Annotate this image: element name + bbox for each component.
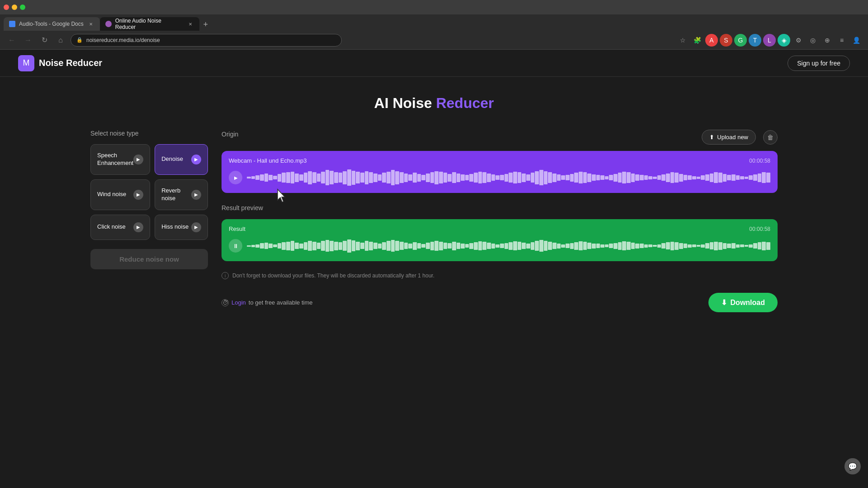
logo-text: Noise Reducer xyxy=(39,58,102,68)
lastpass-icon[interactable]: L xyxy=(763,34,776,47)
clock-icon: ⏱ xyxy=(222,299,229,306)
toolbar-icons: ☆ 🧩 A S G T L ◈ ⚙ ◎ ⊕ ≡ 👤 xyxy=(676,34,863,47)
download-button[interactable]: ⬇ Download xyxy=(708,293,778,312)
noise-types-grid: Speech Enhancement ▶ Denoise ▶ Wind nois… xyxy=(90,144,208,240)
noise-type-reverb[interactable]: Reverb noise ▶ xyxy=(155,179,208,210)
feedback-widget[interactable]: 💬 xyxy=(844,458,861,474)
noise-type-denoise-label: Denoise xyxy=(161,155,183,163)
upload-icon: ⬆ xyxy=(709,134,714,141)
refresh-button[interactable]: ↻ xyxy=(38,34,51,47)
origin-duration: 00:00:58 xyxy=(749,158,770,164)
misc-icon-1[interactable]: ◈ xyxy=(778,34,790,47)
noise-type-hiss-label: Hiss noise xyxy=(161,223,189,231)
tab-1-close[interactable]: ✕ xyxy=(87,20,94,28)
misc-icon-2[interactable]: ⚙ xyxy=(792,34,805,47)
address-bar[interactable]: 🔒 noisereducer.media.io/denoise xyxy=(71,34,342,47)
login-link[interactable]: Login xyxy=(231,299,246,306)
main-layout: Select noise type Speech Enhancement ▶ D… xyxy=(90,130,778,312)
forward-button[interactable]: → xyxy=(22,34,34,47)
tabs-bar: Audio-Tools - Google Docs ✕ Online Audio… xyxy=(0,14,868,31)
noise-type-hiss-arrow: ▶ xyxy=(191,222,201,232)
noise-type-reverb-arrow: ▶ xyxy=(191,190,201,200)
origin-label: Origin xyxy=(222,131,238,138)
signup-button[interactable]: Sign up for free xyxy=(788,56,850,71)
browser-chrome: Audio-Tools - Google Docs ✕ Online Audio… xyxy=(0,0,868,50)
reduce-noise-button[interactable]: Reduce noise now xyxy=(90,249,208,269)
ahrefs-icon[interactable]: A xyxy=(705,34,718,47)
origin-header: Origin ⬆ Upload new 🗑 xyxy=(222,130,778,145)
noise-type-wind[interactable]: Wind noise ▶ xyxy=(90,179,150,210)
upload-new-button[interactable]: ⬆ Upload new xyxy=(702,130,756,145)
noise-type-click-arrow: ▶ xyxy=(133,222,143,232)
bottom-bar: ⏱ Login to get free available time ⬇ Dow… xyxy=(222,293,778,312)
tab-2-title: Online Audio Noise Reducer xyxy=(115,18,183,30)
logo-icon: M xyxy=(18,55,34,71)
address-text: noisereducer.media.io/denoise xyxy=(86,37,160,43)
tab-1[interactable]: Audio-Tools - Google Docs ✕ xyxy=(4,17,100,31)
trash-icon: 🗑 xyxy=(767,134,774,141)
window-maximize-button[interactable] xyxy=(20,5,25,10)
bookmark-icon[interactable]: ☆ xyxy=(676,34,689,47)
player-top: Webcam - Hall und Echo.mp3 00:00:58 xyxy=(229,157,770,164)
new-tab-button[interactable]: + xyxy=(199,18,212,31)
page-title: AI Noise Reducer xyxy=(90,95,778,112)
noise-type-click[interactable]: Click noise ▶ xyxy=(90,215,150,240)
misc-icon-5[interactable]: ≡ xyxy=(835,34,848,47)
window-minimize-button[interactable] xyxy=(12,5,17,10)
noise-type-speech[interactable]: Speech Enhancement ▶ xyxy=(90,144,150,175)
right-panel: Origin ⬆ Upload new 🗑 Webcam - H xyxy=(222,130,778,312)
app-logo: M Noise Reducer xyxy=(18,55,102,71)
noise-type-wind-arrow: ▶ xyxy=(133,190,143,200)
back-button[interactable]: ← xyxy=(5,34,18,47)
result-player-controls xyxy=(229,237,770,255)
noise-type-hiss[interactable]: Hiss noise ▶ xyxy=(155,215,208,240)
grammarly-icon[interactable]: G xyxy=(734,34,747,47)
result-duration: 00:00:58 xyxy=(749,226,770,232)
play-icon xyxy=(233,174,238,181)
login-section: ⏱ Login to get free available time xyxy=(222,299,312,306)
misc-icon-3[interactable]: ◎ xyxy=(807,34,819,47)
app-wrapper: M Noise Reducer Sign up for free AI Nois… xyxy=(0,50,868,488)
tab-favicon-docs xyxy=(9,21,15,27)
result-label: Result xyxy=(229,225,245,232)
tab-2-close[interactable]: ✕ xyxy=(187,20,194,28)
origin-filename: Webcam - Hall und Echo.mp3 xyxy=(229,157,307,164)
lock-icon: 🔒 xyxy=(76,37,83,43)
app-header: M Noise Reducer Sign up for free xyxy=(0,50,868,77)
window-controls xyxy=(4,5,25,10)
tab-1-title: Audio-Tools - Google Docs xyxy=(19,21,84,27)
noise-type-click-label: Click noise xyxy=(97,223,126,231)
tab-2[interactable]: Online Audio Noise Reducer ✕ xyxy=(100,17,199,31)
result-waveform xyxy=(247,237,770,255)
result-preview-label: Result preview xyxy=(222,204,263,211)
result-preview-section: Result preview xyxy=(222,204,778,212)
tab-favicon-media xyxy=(105,21,112,27)
warning-text: i Don't forget to download your files. T… xyxy=(222,272,778,279)
app-content: AI Noise Reducer Select noise type Speec… xyxy=(0,77,868,330)
home-icon: ⌂ xyxy=(58,36,63,44)
noise-type-denoise[interactable]: Denoise ▶ xyxy=(155,144,208,175)
origin-waveform xyxy=(247,169,770,187)
misc-icon-4[interactable]: ⊕ xyxy=(821,34,834,47)
translate-icon[interactable]: T xyxy=(749,34,761,47)
result-play-button[interactable] xyxy=(229,239,242,253)
noise-type-reverb-label: Reverb noise xyxy=(161,187,191,202)
origin-audio-player: Webcam - Hall und Echo.mp3 00:00:58 xyxy=(222,151,778,193)
download-icon: ⬇ xyxy=(721,298,727,307)
seo-icon[interactable]: S xyxy=(720,34,732,47)
profile-icon[interactable]: 👤 xyxy=(850,34,863,47)
window-close-button[interactable] xyxy=(4,5,9,10)
browser-toolbar: ← → ↻ ⌂ 🔒 noisereducer.media.io/denoise … xyxy=(0,31,868,50)
noise-type-denoise-arrow: ▶ xyxy=(191,155,201,164)
player-controls xyxy=(229,169,770,187)
noise-type-wind-label: Wind noise xyxy=(97,191,126,198)
browser-titlebar xyxy=(0,0,868,14)
home-button[interactable]: ⌂ xyxy=(54,34,67,47)
extensions-icon[interactable]: 🧩 xyxy=(691,34,703,47)
result-audio-player: Result 00:00:58 xyxy=(222,219,778,261)
origin-play-button[interactable] xyxy=(229,171,242,184)
delete-button[interactable]: 🗑 xyxy=(763,130,778,145)
info-icon: i xyxy=(222,272,229,279)
noise-type-speech-arrow: ▶ xyxy=(133,155,143,164)
left-panel: Select noise type Speech Enhancement ▶ D… xyxy=(90,130,208,269)
